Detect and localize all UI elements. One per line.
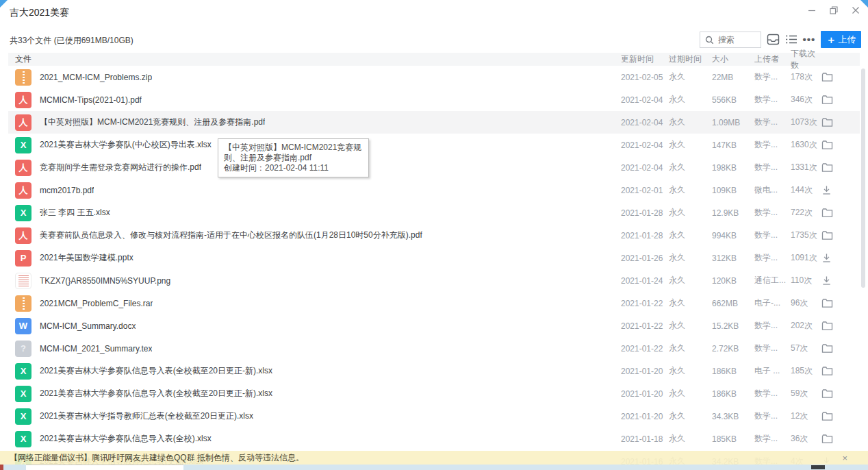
file-row[interactable]: X2021美赛吉林大学参赛队(中心校区)导出表.xlsx2021-02-04永久… (8, 134, 860, 156)
file-download-count: 1331次 (791, 162, 821, 173)
close-button[interactable] (845, 1, 867, 19)
upload-button[interactable]: ＋ 上传 (821, 31, 861, 48)
open-folder-icon[interactable] (821, 162, 852, 173)
minimize-button[interactable] (801, 1, 823, 19)
file-name[interactable]: mcm2017b.pdf (40, 186, 94, 195)
file-name-cell[interactable]: X2021美赛吉林大学参赛队信息导入表(全校截至20日更正-新).xlsx (15, 363, 621, 380)
file-name-cell[interactable]: 人【中英对照版】MCM-ICM2021竞赛规则、注册及参赛指南.pdf (15, 114, 621, 131)
file-name[interactable]: MCMICM-Tips(2021-01).pdf (40, 95, 142, 105)
file-type-icon-xlsx: X (15, 363, 31, 380)
file-type-icon-zip (15, 69, 31, 86)
file-name[interactable]: 竞赛期间学生需登录竞赛网站进行的操作.pdf (40, 162, 201, 173)
file-name-cell[interactable]: X2021美赛吉林大学指导教师汇总表(全校截至20日更正).xlsx (15, 408, 621, 425)
file-row[interactable]: X张三 李四 王五.xlsx2021-01-28永久12.9KB数学...722… (8, 201, 860, 224)
file-name-cell[interactable]: TKZX7(}AR8550IMN5%SYUUP.png (15, 273, 621, 289)
open-folder-icon[interactable] (821, 321, 852, 331)
list-view-icon[interactable] (784, 32, 799, 46)
file-row[interactable]: P2021年美国数学建模.pptx2021-01-26永久312KB数学...1… (8, 247, 860, 269)
table-header: 文件 更新时间 过期时间 大小 上传者 下载次数 (8, 53, 860, 66)
download-icon[interactable] (821, 253, 852, 263)
more-actions-icon[interactable]: ••• (802, 32, 817, 46)
file-name[interactable]: 2021美赛吉林大学指导教师汇总表(全校截至20日更正).xlsx (40, 410, 253, 422)
file-name[interactable]: 2021美赛吉林大学参赛队(中心校区)导出表.xlsx (40, 139, 212, 151)
file-row[interactable]: 人【中英对照版】MCM-ICM2021竞赛规则、注册及参赛指南.pdf2021-… (8, 111, 860, 134)
scrollbar-thumb[interactable] (861, 69, 865, 288)
open-folder-icon[interactable] (821, 411, 852, 421)
file-name-cell[interactable]: X张三 李四 王五.xlsx (15, 205, 621, 221)
file-uploader: 数学... (754, 139, 791, 151)
file-name[interactable]: 2021美赛吉林大学参赛队信息导入表(全校).xlsx (40, 433, 212, 445)
column-header-uploader[interactable]: 上传者 (754, 53, 791, 65)
file-name[interactable]: 2021年美国数学建模.pptx (40, 252, 133, 264)
column-header-size[interactable]: 大小 (712, 53, 754, 65)
file-name[interactable]: 张三 李四 王五.xlsx (40, 207, 110, 219)
file-name-cell[interactable]: 人美赛赛前队员信息录入、修改与核对流程指南-适用于在中心校区报名的队伍(1月28… (15, 227, 621, 244)
file-row[interactable]: 人MCMICM-Tips(2021-01).pdf2021-02-04永久556… (8, 88, 860, 111)
open-folder-icon[interactable] (821, 117, 852, 127)
open-folder-icon[interactable] (821, 230, 852, 240)
file-uploader: 数学... (754, 433, 791, 445)
file-row[interactable]: TKZX7(}AR8550IMN5%SYUUP.png2021-01-24永久1… (8, 269, 860, 292)
file-row[interactable]: X2021美赛吉林大学参赛队信息导入表(全校截至20日更正-新).xlsx202… (8, 382, 860, 405)
file-name[interactable]: TKZX7(}AR8550IMN5%SYUUP.png (40, 276, 170, 286)
file-uploader: 电子 ... (754, 365, 791, 377)
save-to-cloud-icon[interactable] (765, 32, 780, 46)
file-name-cell[interactable]: 2021_MCM-ICM_Problems.zip (15, 69, 621, 86)
file-row[interactable]: 人美赛赛前队员信息录入、修改与核对流程指南-适用于在中心校区报名的队伍(1月28… (8, 224, 860, 247)
file-name[interactable]: 2021_MCM-ICM_Problems.zip (40, 73, 152, 82)
file-row[interactable]: 2021_MCM-ICM_Problems.zip2021-02-05永久22M… (8, 66, 860, 88)
file-row[interactable]: WMCM-ICM_Summary.docx2021-01-22永久15.2KB数… (8, 314, 860, 337)
file-name[interactable]: MCM-ICM_Summary.docx (40, 321, 136, 331)
download-icon[interactable] (821, 185, 852, 195)
file-updated-date: 2021-01-20 (621, 412, 669, 421)
file-name[interactable]: 美赛赛前队员信息录入、修改与核对流程指南-适用于在中心校区报名的队伍(1月28日… (40, 230, 422, 241)
search-input[interactable] (717, 34, 761, 45)
file-name[interactable]: 2021MCM_ProblemC_Files.rar (40, 299, 153, 308)
file-type-icon-pptx: P (15, 250, 31, 267)
open-folder-icon[interactable] (821, 140, 852, 150)
file-name[interactable]: 2021美赛吉林大学参赛队信息导入表(全校截至20日更正-新).xlsx (40, 365, 272, 377)
file-row[interactable]: 2021MCM_ProblemC_Files.rar2021-01-22永久66… (8, 292, 860, 314)
file-row[interactable]: ?MCM-ICM_2021_Summary.tex2021-01-22永久2.7… (8, 337, 860, 360)
file-name[interactable]: 2021美赛吉林大学参赛队信息导入表(全校截至20日更正-新).xlsx (40, 388, 272, 399)
file-row[interactable]: X2021美赛吉林大学参赛队信息导入表(全校).xlsx2021-01-18永久… (8, 428, 860, 450)
file-name-cell[interactable]: ?MCM-ICM_2021_Summary.tex (15, 341, 621, 357)
open-folder-icon[interactable] (821, 72, 852, 82)
open-folder-icon[interactable] (821, 388, 852, 399)
column-header-file[interactable]: 文件 (15, 53, 621, 65)
window-controls (801, 1, 867, 19)
file-row[interactable]: 人mcm2017b.pdf2021-02-01永久109KB微电...144次 (8, 179, 860, 201)
open-folder-icon[interactable] (821, 366, 852, 376)
file-name[interactable]: MCM-ICM_2021_Summary.tex (40, 344, 152, 354)
search-box[interactable] (700, 32, 761, 48)
file-uploader: 数学... (754, 320, 791, 332)
file-uploader: 数学... (754, 162, 791, 173)
restore-button[interactable] (823, 1, 845, 19)
file-download-count: 144次 (791, 184, 821, 196)
file-download-count: 96次 (791, 297, 821, 309)
column-header-updated[interactable]: 更新时间 (621, 53, 669, 65)
open-folder-icon[interactable] (821, 343, 852, 354)
file-row[interactable]: X2021美赛吉林大学参赛队信息导入表(全校截至20日更正-新).xlsx202… (8, 360, 860, 382)
column-header-expires[interactable]: 过期时间 (669, 53, 712, 65)
open-folder-icon[interactable] (821, 95, 852, 105)
file-row[interactable]: X2021美赛吉林大学指导教师汇总表(全校截至20日更正).xlsx2021-0… (8, 405, 860, 428)
open-folder-icon[interactable] (821, 208, 852, 218)
file-name-cell[interactable]: 人MCMICM-Tips(2021-01).pdf (15, 92, 621, 108)
file-name[interactable]: 【中英对照版】MCM-ICM2021竞赛规则、注册及参赛指南.pdf (40, 116, 265, 128)
file-download-count: 12次 (791, 410, 821, 422)
file-updated-date: 2021-01-28 (621, 208, 669, 218)
file-name-cell[interactable]: 人mcm2017b.pdf (15, 182, 621, 199)
file-name-cell[interactable]: X2021美赛吉林大学参赛队信息导入表(全校).xlsx (15, 431, 621, 447)
open-folder-icon[interactable] (821, 434, 852, 444)
banner-close-icon[interactable]: × (842, 453, 847, 463)
file-updated-date: 2021-01-20 (621, 389, 669, 399)
file-name-cell[interactable]: WMCM-ICM_Summary.docx (15, 318, 621, 334)
file-name-cell[interactable]: X2021美赛吉林大学参赛队信息导入表(全校截至20日更正-新).xlsx (15, 386, 621, 402)
file-name-cell[interactable]: P2021年美国数学建模.pptx (15, 250, 621, 267)
download-icon[interactable] (821, 275, 852, 286)
open-folder-icon[interactable] (821, 298, 852, 308)
file-updated-date: 2021-01-28 (621, 231, 669, 240)
file-name-cell[interactable]: 2021MCM_ProblemC_Files.rar (15, 295, 621, 312)
file-row[interactable]: 人竞赛期间学生需登录竞赛网站进行的操作.pdf2021-02-04永久198KB… (8, 156, 860, 179)
